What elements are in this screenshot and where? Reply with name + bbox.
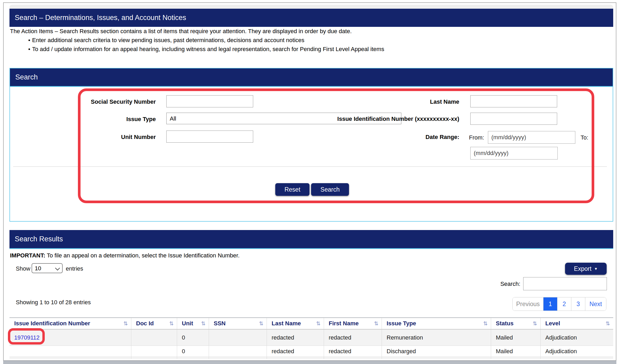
search-panel: Search <box>9 68 613 222</box>
important-text: To file an appeal on a determination, se… <box>45 252 239 259</box>
cell-issue-identification-number <box>9 346 131 357</box>
cell-status: Mailed <box>491 346 541 357</box>
sort-icon[interactable]: ⇅ <box>123 320 128 327</box>
pagination: Previous 1 2 3 Next <box>512 297 606 311</box>
form-divider <box>13 166 607 167</box>
column-header-ssn[interactable]: SSN ⇅ <box>209 318 267 329</box>
export-button[interactable]: Export ▼ <box>565 263 607 275</box>
cell-issue-type: Remuneration <box>382 330 491 346</box>
intro-bullet-2: To add / update information for an appea… <box>26 46 579 53</box>
entries-label: entries <box>66 265 83 272</box>
cell-unit: 0 <box>177 330 209 346</box>
cell-status: Mailed <box>491 330 541 346</box>
sort-icon[interactable]: ⇅ <box>201 320 206 327</box>
ssn-input[interactable] <box>166 95 253 107</box>
date-to-label: To: <box>581 134 588 141</box>
intro-bullet-2-text: To add / update information for an appea… <box>32 46 384 53</box>
table-row-clipped <box>9 357 613 359</box>
cell-level: Adjudication <box>541 330 613 346</box>
column-header-issue-type[interactable]: Issue Type ⇅ <box>382 318 491 329</box>
last-name-input[interactable] <box>470 95 557 107</box>
caret-down-icon: ▼ <box>594 267 598 271</box>
table-row: 19709112 0 redacted redacted Remuneratio… <box>9 330 613 346</box>
results-section-title: Search Results <box>15 235 63 243</box>
unit-number-input[interactable] <box>166 131 253 143</box>
issue-type-label: Issue Type <box>63 116 156 123</box>
date-from-input[interactable] <box>488 131 575 144</box>
important-note: IMPORTANT: To file an appeal on a determ… <box>10 252 589 259</box>
date-from-label: From: <box>469 134 484 141</box>
sort-icon[interactable]: ⇅ <box>533 320 537 327</box>
cell-last-name: redacted <box>267 330 324 346</box>
bullet-icon <box>26 37 32 44</box>
issue-identification-number-input[interactable] <box>470 113 557 125</box>
sort-icon[interactable]: ⇅ <box>259 320 263 327</box>
date-range-label: Date Range: <box>367 134 459 141</box>
column-header-unit[interactable]: Unit ⇅ <box>177 318 209 329</box>
column-header-doc-id[interactable]: Doc Id ⇅ <box>131 318 177 329</box>
column-header-status[interactable]: Status ⇅ <box>491 318 541 329</box>
search-section-header: Search <box>10 68 613 87</box>
cell-unit: 0 <box>177 346 209 357</box>
table-filter-input[interactable] <box>523 277 607 290</box>
last-name-label: Last Name <box>367 98 459 105</box>
cell-doc-id <box>131 330 177 346</box>
cell-first-name: redacted <box>324 346 382 357</box>
pagination-page-1[interactable]: 1 <box>543 297 557 311</box>
pagination-next[interactable]: Next <box>585 297 606 311</box>
cell-doc-id <box>131 346 177 357</box>
export-button-label: Export <box>574 265 591 272</box>
cell-level: Adjudication <box>541 346 613 357</box>
sort-icon[interactable]: ⇅ <box>483 320 488 327</box>
column-header-issue-identification-number[interactable]: Issue Identification Number ⇅ <box>9 318 131 329</box>
search-button[interactable]: Search <box>311 183 349 196</box>
show-entries-select[interactable]: 10 <box>32 263 63 273</box>
bullet-icon <box>26 46 32 53</box>
window-bottom-bar <box>3 361 616 364</box>
cell-first-name: redacted <box>324 330 382 346</box>
pagination-previous[interactable]: Previous <box>513 297 543 311</box>
cell-ssn <box>209 330 267 346</box>
table-header-row: Issue Identification Number ⇅ Doc Id ⇅ U… <box>9 318 613 330</box>
intro-paragraph: The Action Items – Search Results sectio… <box>10 28 589 35</box>
column-header-level[interactable]: Level ⇅ <box>541 318 613 329</box>
pagination-page-3[interactable]: 3 <box>571 297 585 311</box>
page-title: Search – Determinations, Issues, and Acc… <box>15 14 186 22</box>
table-filter-label: Search: <box>487 281 520 287</box>
table-row: 0 redacted redacted Discharged Mailed Ad… <box>9 346 613 357</box>
sort-icon[interactable]: ⇅ <box>374 320 378 327</box>
cell-ssn <box>209 346 267 357</box>
page-title-bar: Search – Determinations, Issues, and Acc… <box>9 9 613 27</box>
cell-last-name: redacted <box>267 346 324 357</box>
column-header-last-name[interactable]: Last Name ⇅ <box>267 318 324 329</box>
reset-button[interactable]: Reset <box>275 183 310 196</box>
date-to-input[interactable] <box>470 147 558 159</box>
issue-identification-number-label: Issue Identification Number (xxxxxxxxxx-… <box>316 116 459 122</box>
results-table: Issue Identification Number ⇅ Doc Id ⇅ U… <box>9 317 613 359</box>
intro-bullet-1-text: Enter additional search criteria to view… <box>32 37 304 44</box>
search-section-title: Search <box>15 73 38 81</box>
showing-entries-text: Showing 1 to 10 of 28 entries <box>16 299 91 306</box>
ssn-label: Social Security Number <box>63 98 156 105</box>
top-strip <box>9 5 613 9</box>
cell-issue-type: Discharged <box>382 346 491 357</box>
show-label: Show <box>16 265 30 272</box>
column-header-first-name[interactable]: First Name ⇅ <box>324 318 382 329</box>
issue-identification-number-link[interactable]: 19709112 <box>14 334 39 341</box>
unit-number-label: Unit Number <box>63 134 156 141</box>
sort-icon[interactable]: ⇅ <box>316 320 321 327</box>
important-label: IMPORTANT: <box>10 252 45 259</box>
sort-icon[interactable]: ⇅ <box>169 320 174 327</box>
results-section-header: Search Results <box>9 230 613 249</box>
pagination-page-2[interactable]: 2 <box>557 297 571 311</box>
intro-bullet-1: Enter additional search criteria to view… <box>26 37 579 44</box>
sort-icon[interactable]: ⇅ <box>606 320 610 327</box>
